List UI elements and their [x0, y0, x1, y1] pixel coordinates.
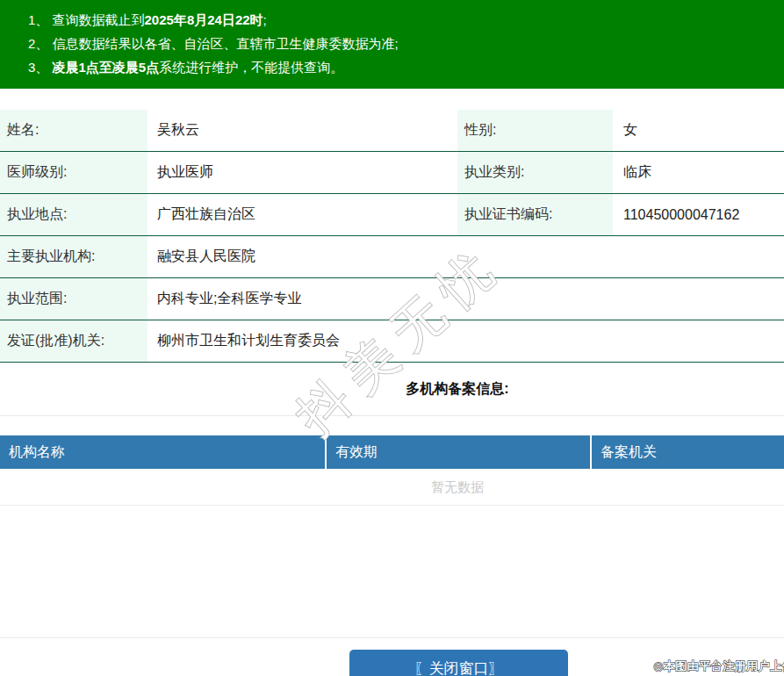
notice-line-3: 3、 凌晨1点至凌晨5点系统进行维护，不能提供查询。: [28, 55, 784, 79]
value-certificate-number: 110450000047162: [613, 194, 784, 235]
table-row: 执业范围: 内科专业;全科医学专业: [0, 278, 784, 320]
close-window-button[interactable]: 〖关闭窗口〗: [349, 650, 568, 676]
value-name: 吴秋云: [147, 110, 457, 151]
empty-data-message: 暂无数据: [0, 469, 784, 506]
column-divider: [325, 435, 327, 469]
label-doctor-level: 医师级别:: [0, 152, 147, 193]
column-header-institution-name: 机构名称: [9, 435, 65, 469]
label-practice-location: 执业地点:: [0, 194, 147, 235]
value-main-institution: 融安县人民医院: [147, 236, 784, 277]
upload-credit-text: ◎本图由平台注册用户上传: [653, 658, 784, 674]
value-practice-scope: 内科专业;全科医学专业: [147, 278, 784, 320]
label-practice-scope: 执业范围:: [0, 278, 147, 320]
notice-line-2: 2、 信息数据结果以各省、自治区、直辖市卫生健康委数据为准;: [28, 32, 784, 55]
notice-line-2-text: 2、 信息数据结果以各省、自治区、直辖市卫生健康委数据为准;: [28, 36, 399, 51]
label-gender: 性别:: [457, 110, 613, 151]
notice-banner: 1、 查询数据截止到2025年8月24日22时; 2、 信息数据结果以各省、自治…: [0, 0, 784, 89]
label-main-institution: 主要执业机构:: [0, 236, 147, 277]
notice-line-1-bold: 2025年8月24日22时: [145, 12, 263, 27]
table-row: 发证(批准)机关: 柳州市卫生和计划生育委员会: [0, 320, 784, 363]
section-title-multi-institution: 多机构备案信息:: [0, 380, 784, 399]
column-header-validity-period: 有效期: [335, 435, 378, 469]
filing-table-header: 机构名称 有效期 备案机关: [0, 435, 784, 469]
notice-line-1: 1、 查询数据截止到2025年8月24日22时;: [28, 8, 784, 32]
divider-line: [0, 637, 784, 638]
table-row: 姓名: 吴秋云 性别: 女: [0, 110, 784, 152]
value-issuing-authority: 柳州市卫生和计划生育委员会: [147, 320, 784, 362]
value-gender: 女: [613, 110, 784, 151]
label-practice-category: 执业类别:: [457, 152, 613, 193]
divider-line: [0, 415, 784, 416]
table-row: 执业地点: 广西壮族自治区 执业证书编码: 110450000047162: [0, 194, 784, 236]
label-issuing-authority: 发证(批准)机关:: [0, 320, 147, 362]
column-divider: [590, 435, 592, 469]
notice-line-3-text: 3、: [28, 60, 53, 75]
label-certificate-number: 执业证书编码:: [457, 194, 613, 235]
value-practice-category: 临床: [613, 152, 784, 193]
doctor-info-table: 姓名: 吴秋云 性别: 女 医师级别: 执业医师 执业类别: 临床 执业地点: …: [0, 110, 784, 363]
table-row: 主要执业机构: 融安县人民医院: [0, 236, 784, 278]
value-practice-location: 广西壮族自治区: [147, 194, 457, 235]
notice-line-3-suffix: 系统进行维护，不能提供查询。: [159, 60, 343, 75]
label-name: 姓名:: [0, 110, 147, 151]
license-query-result-page: 1、 查询数据截止到2025年8月24日22时; 2、 信息数据结果以各省、自治…: [0, 0, 784, 676]
notice-line-1-text: 1、 查询数据截止到: [28, 12, 145, 27]
column-header-filing-authority: 备案机关: [601, 435, 657, 469]
table-row: 医师级别: 执业医师 执业类别: 临床: [0, 152, 784, 194]
notice-line-3-bold: 凌晨1点至凌晨5点: [53, 60, 160, 75]
value-doctor-level: 执业医师: [147, 152, 457, 193]
notice-line-1-suffix: ;: [263, 12, 267, 27]
